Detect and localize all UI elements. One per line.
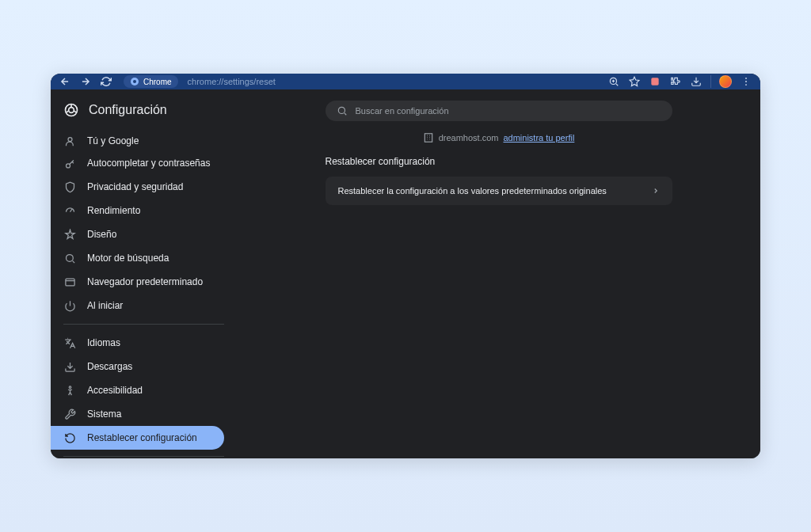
managed-notice: dreamhost.com administra tu perfil bbox=[423, 132, 575, 143]
main-panel: dreamhost.com administra tu perfil Resta… bbox=[237, 89, 760, 458]
nav-label: Sistema bbox=[87, 408, 121, 420]
key-icon bbox=[63, 158, 76, 170]
svg-rect-12 bbox=[65, 279, 74, 286]
star-icon bbox=[629, 76, 640, 87]
sidebar-item-you-google[interactable]: Tú y Google bbox=[51, 129, 237, 153]
sidebar-item-system[interactable]: Sistema bbox=[51, 402, 237, 426]
nav-label: Descargas bbox=[87, 361, 132, 372]
svg-point-6 bbox=[745, 84, 747, 86]
arrow-right-icon bbox=[80, 76, 91, 87]
sidebar-item-downloads[interactable]: Descargas bbox=[51, 355, 237, 378]
settings-search[interactable] bbox=[326, 101, 672, 121]
svg-point-11 bbox=[66, 254, 73, 261]
dots-vertical-icon bbox=[741, 76, 752, 87]
sidebar-item-appearance[interactable]: Diseño bbox=[51, 222, 237, 246]
sidebar-item-reset[interactable]: Restablecer configuración bbox=[51, 426, 224, 450]
sidebar-item-autofill[interactable]: Autocompletar y contraseñas bbox=[51, 153, 237, 175]
org-manage-link[interactable]: administra tu perfil bbox=[503, 133, 574, 142]
search-icon bbox=[63, 252, 76, 264]
reset-icon bbox=[63, 431, 76, 444]
nav-label: Diseño bbox=[87, 229, 116, 240]
sidebar-item-on-startup[interactable]: Al iniciar bbox=[51, 294, 237, 317]
speedometer-icon bbox=[63, 204, 76, 217]
settings-title: Configuración bbox=[89, 103, 167, 117]
sidebar-item-performance[interactable]: Rendimiento bbox=[51, 199, 237, 222]
org-domain: dreamhost.com bbox=[439, 133, 499, 142]
browser-window: Chrome chrome://settings/reset bbox=[51, 74, 760, 458]
nav-label: Restablecer configuración bbox=[87, 432, 197, 443]
nav-label: Navegador predeterminado bbox=[87, 276, 203, 287]
extension-button-1[interactable] bbox=[647, 74, 663, 89]
nav-label: Al iniciar bbox=[87, 300, 123, 311]
download-icon bbox=[691, 76, 702, 87]
svg-point-16 bbox=[338, 107, 345, 113]
reset-defaults-row[interactable]: Restablecer la configuración a los valor… bbox=[326, 177, 672, 205]
sidebar-divider-2 bbox=[63, 456, 224, 457]
zoom-button[interactable] bbox=[606, 74, 622, 89]
sidebar-item-search-engine[interactable]: Motor de búsqueda bbox=[51, 246, 237, 270]
chrome-logo-icon bbox=[63, 102, 79, 118]
sidebar-item-default-browser[interactable]: Navegador predeterminado bbox=[51, 270, 237, 294]
wrench-icon bbox=[63, 408, 76, 420]
sidebar-item-privacy[interactable]: Privacidad y seguridad bbox=[51, 175, 237, 199]
reset-option-label: Restablecer la configuración a los valor… bbox=[338, 186, 607, 196]
profile-button[interactable] bbox=[718, 74, 733, 89]
reload-button[interactable] bbox=[98, 74, 114, 89]
nav-label: Autocompletar y contraseñas bbox=[87, 158, 210, 170]
nav-label: Rendimiento bbox=[87, 205, 140, 216]
menu-button[interactable] bbox=[738, 74, 754, 89]
chrome-icon bbox=[130, 77, 139, 86]
search-input[interactable] bbox=[356, 106, 661, 116]
person-icon bbox=[63, 135, 76, 147]
browser-toolbar: Chrome chrome://settings/reset bbox=[51, 74, 760, 89]
nav-label: Idiomas bbox=[87, 337, 120, 348]
back-button[interactable] bbox=[57, 74, 73, 89]
translate-icon bbox=[63, 336, 76, 349]
sidebar-divider bbox=[63, 324, 224, 325]
building-icon bbox=[423, 132, 434, 143]
address-bar-url[interactable]: chrome://settings/reset bbox=[188, 77, 276, 86]
accessibility-icon bbox=[63, 384, 76, 397]
puzzle-icon bbox=[670, 76, 681, 87]
browser-icon bbox=[63, 276, 76, 288]
section-title: Restablecer configuración bbox=[326, 156, 672, 167]
extension-icon bbox=[649, 76, 661, 87]
svg-rect-3 bbox=[651, 78, 658, 85]
search-icon bbox=[337, 105, 348, 116]
nav-label: Motor de búsqueda bbox=[87, 253, 169, 264]
content-area: Configuración Tú y Google Autocompletar … bbox=[51, 89, 760, 458]
svg-point-4 bbox=[745, 78, 747, 79]
sidebar-item-accessibility[interactable]: Accesibilidad bbox=[51, 378, 237, 402]
nav-label: Privacidad y seguridad bbox=[87, 181, 183, 192]
downloads-button[interactable] bbox=[688, 74, 704, 89]
svg-point-8 bbox=[69, 108, 74, 113]
power-icon bbox=[63, 299, 76, 312]
sidebar-item-languages[interactable]: Idiomas bbox=[51, 331, 237, 355]
palette-icon bbox=[63, 228, 76, 241]
site-chip[interactable]: Chrome bbox=[124, 75, 178, 88]
bookmark-button[interactable] bbox=[626, 74, 642, 89]
zoom-icon bbox=[608, 76, 619, 87]
shield-icon bbox=[63, 180, 76, 193]
svg-point-9 bbox=[68, 137, 72, 141]
svg-point-13 bbox=[69, 386, 71, 388]
reload-icon bbox=[101, 76, 112, 87]
chevron-right-icon bbox=[652, 187, 660, 195]
toolbar-divider bbox=[710, 75, 711, 88]
svg-point-5 bbox=[745, 81, 747, 82]
settings-sidebar: Configuración Tú y Google Autocompletar … bbox=[51, 89, 237, 458]
svg-rect-17 bbox=[425, 134, 432, 142]
avatar-icon bbox=[719, 75, 732, 88]
chip-label: Chrome bbox=[143, 78, 172, 86]
svg-point-1 bbox=[133, 80, 136, 83]
extensions-button[interactable] bbox=[668, 74, 683, 89]
forward-button[interactable] bbox=[78, 74, 93, 89]
download-icon bbox=[63, 360, 76, 373]
settings-header: Configuración bbox=[51, 99, 237, 129]
nav-label: Tú y Google bbox=[87, 135, 139, 146]
reset-section: Restablecer configuración Restablecer la… bbox=[326, 156, 672, 205]
arrow-left-icon bbox=[59, 76, 70, 87]
nav-label: Accesibilidad bbox=[87, 385, 143, 396]
